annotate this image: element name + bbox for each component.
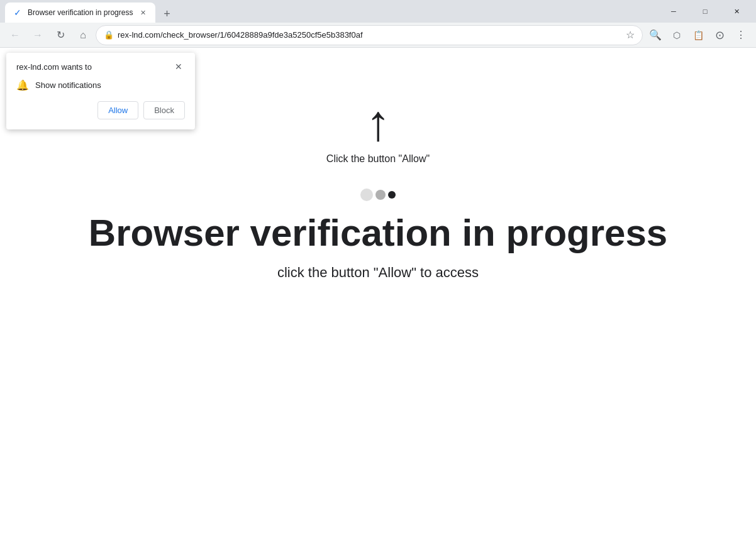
save-button[interactable]: 📋 [688, 25, 708, 45]
tab-bar: ✓ Browser verification in progress ✕ + [5, 0, 654, 23]
reload-button[interactable]: ↻ [50, 25, 70, 45]
forward-icon: → [33, 30, 43, 41]
arrow-container: ↑ Click the button "Allow" [326, 98, 430, 165]
notification-popup: rex-lnd.com wants to ✕ 🔔 Show notificati… [6, 53, 195, 129]
window-controls: ─ □ ✕ [659, 1, 751, 21]
browser-toolbar: ← → ↻ ⌂ 🔒 rex-lnd.com/check_browser/1/60… [0, 23, 756, 48]
reload-icon: ↻ [57, 29, 65, 41]
notification-item: 🔔 Show notifications [16, 79, 185, 91]
block-button[interactable]: Block [143, 101, 185, 119]
home-icon: ⌂ [80, 30, 86, 41]
back-button[interactable]: ← [5, 25, 25, 45]
popup-close-button[interactable]: ✕ [172, 60, 185, 73]
browser-tab[interactable]: ✓ Browser verification in progress ✕ [5, 3, 155, 23]
home-button[interactable]: ⌂ [73, 25, 93, 45]
dot-2 [375, 190, 386, 200]
save-icon: 📋 [693, 30, 704, 40]
zoom-button[interactable]: 🔍 [645, 25, 665, 45]
close-button[interactable]: ✕ [722, 1, 751, 21]
sub-heading: click the button "Allow" to access [277, 265, 479, 281]
tab-favicon: ✓ [13, 8, 23, 18]
tab-close-button[interactable]: ✕ [138, 8, 148, 18]
popup-header: rex-lnd.com wants to ✕ [16, 60, 185, 73]
bookmark-icon[interactable]: ☆ [626, 29, 635, 41]
loading-dots [360, 189, 396, 201]
cast-button[interactable]: ⬡ [667, 25, 687, 45]
profile-icon: ⊙ [715, 28, 725, 42]
forward-button[interactable]: → [28, 25, 48, 45]
minimize-button[interactable]: ─ [659, 1, 688, 21]
back-icon: ← [10, 30, 20, 41]
bell-icon: 🔔 [16, 79, 29, 91]
popup-buttons: Allow Block [16, 101, 185, 119]
menu-button[interactable]: ⋮ [731, 25, 751, 45]
url-text: rex-lnd.com/check_browser/1/60428889a9fd… [118, 30, 622, 40]
dot-1 [360, 189, 373, 201]
new-tab-button[interactable]: + [158, 5, 175, 23]
title-bar: ✓ Browser verification in progress ✕ + ─… [0, 0, 756, 23]
maximize-button[interactable]: □ [691, 1, 720, 21]
toolbar-icons: 🔍 ⬡ 📋 ⊙ ⋮ [645, 25, 751, 45]
address-bar[interactable]: 🔒 rex-lnd.com/check_browser/1/60428889a9… [96, 25, 643, 45]
main-heading: Browser verification in progress [89, 211, 667, 254]
browser-content: rex-lnd.com wants to ✕ 🔔 Show notificati… [0, 48, 756, 536]
up-arrow-icon: ↑ [365, 98, 391, 148]
lock-icon: 🔒 [104, 30, 114, 40]
menu-icon: ⋮ [736, 29, 746, 41]
profile-button[interactable]: ⊙ [709, 25, 730, 45]
tab-title: Browser verification in progress [28, 8, 133, 17]
allow-button[interactable]: Allow [97, 101, 138, 119]
cast-icon: ⬡ [673, 30, 681, 40]
popup-title: rex-lnd.com wants to [16, 62, 92, 72]
dot-3 [388, 191, 396, 199]
chrome-browser-window: ✓ Browser verification in progress ✕ + ─… [0, 0, 756, 536]
arrow-label: Click the button "Allow" [326, 153, 430, 165]
zoom-icon: 🔍 [649, 29, 662, 41]
notification-text: Show notifications [35, 80, 101, 90]
